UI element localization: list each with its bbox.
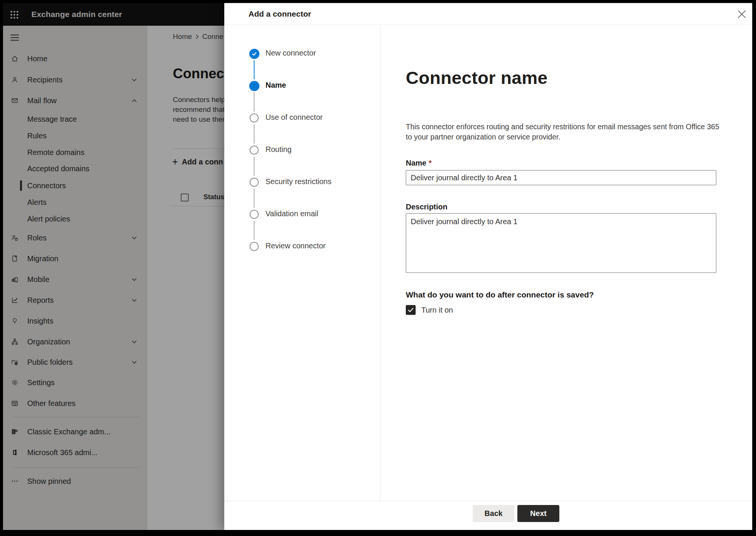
dialog-header: Add a connector <box>224 3 752 25</box>
after-save-question: What do you want to do after connector i… <box>406 290 594 299</box>
checkmark-icon <box>407 307 414 313</box>
step-connector-line <box>254 156 255 176</box>
step-label-routing[interactable]: Routing <box>265 145 292 154</box>
required-asterisk: * <box>428 159 432 167</box>
dialog-title: Add a connector <box>248 3 311 25</box>
step-connector-line <box>254 221 255 240</box>
screenshot-frame: Exchange admin center HomeRecipientsMail… <box>0 0 756 536</box>
step-circle-use-of-connector-upcoming[interactable] <box>250 113 259 122</box>
turn-it-on-row: Turn it on <box>406 305 453 315</box>
add-connector-dialog: Add a connector New connectorNameUse of … <box>224 3 752 530</box>
step-label-new-connector[interactable]: New connector <box>265 49 316 57</box>
description-textarea[interactable]: Deliver journal directly to Area 1 <box>406 213 716 273</box>
step-circle-review-connector-upcoming[interactable] <box>250 242 259 251</box>
turn-it-on-checkbox[interactable] <box>406 305 416 315</box>
check-icon <box>251 51 257 57</box>
step-page-title: Connector name <box>406 67 548 88</box>
app-window: Exchange admin center HomeRecipientsMail… <box>3 3 752 530</box>
step-connector-line <box>254 189 255 208</box>
next-button[interactable]: Next <box>517 505 559 522</box>
close-icon[interactable] <box>736 9 747 19</box>
step-connector-line <box>254 92 255 112</box>
step-circle-routing-upcoming[interactable] <box>250 146 259 155</box>
step-label-name[interactable]: Name <box>265 81 286 90</box>
step-connector-line <box>254 60 255 79</box>
back-button[interactable]: Back <box>473 505 514 522</box>
name-field-label: Name* <box>406 159 432 167</box>
dialog-footer: Back Next <box>224 501 752 530</box>
step-label-use-of-connector[interactable]: Use of connector <box>265 113 323 122</box>
name-input[interactable] <box>406 170 716 185</box>
step-circle-security-restrictions-upcoming[interactable] <box>250 178 259 187</box>
step-page-description: This connector enforces routing and secu… <box>406 122 719 142</box>
turn-it-on-label: Turn it on <box>421 306 453 314</box>
step-label-validation-email[interactable]: Validation email <box>265 209 318 218</box>
step-circle-validation-email-upcoming[interactable] <box>250 210 259 219</box>
step-circle-name-current[interactable] <box>249 81 259 91</box>
wizard-steps: New connectorNameUse of connectorRouting… <box>224 25 380 501</box>
step-connector-line <box>254 124 255 144</box>
step-label-security-restrictions[interactable]: Security restrictions <box>265 177 332 186</box>
description-field-label: Description <box>406 203 447 211</box>
step-label-review-connector[interactable]: Review connector <box>265 242 326 250</box>
step-circle-new-connector-completed[interactable] <box>249 49 259 59</box>
